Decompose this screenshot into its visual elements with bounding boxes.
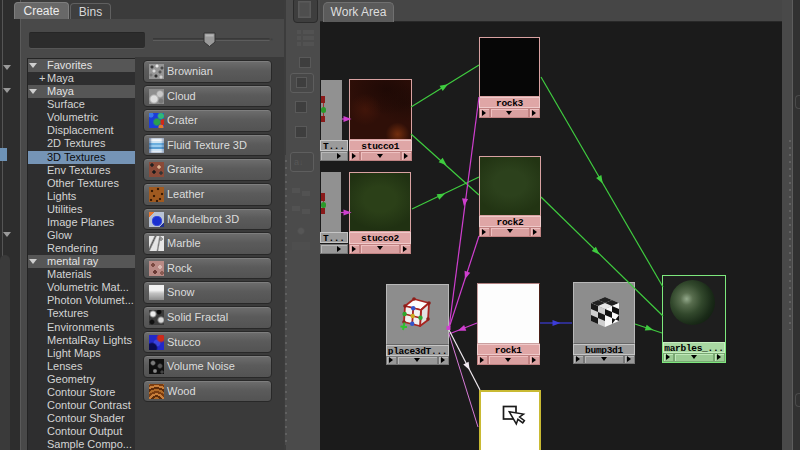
svg-text:*: *: [270, 36, 273, 45]
